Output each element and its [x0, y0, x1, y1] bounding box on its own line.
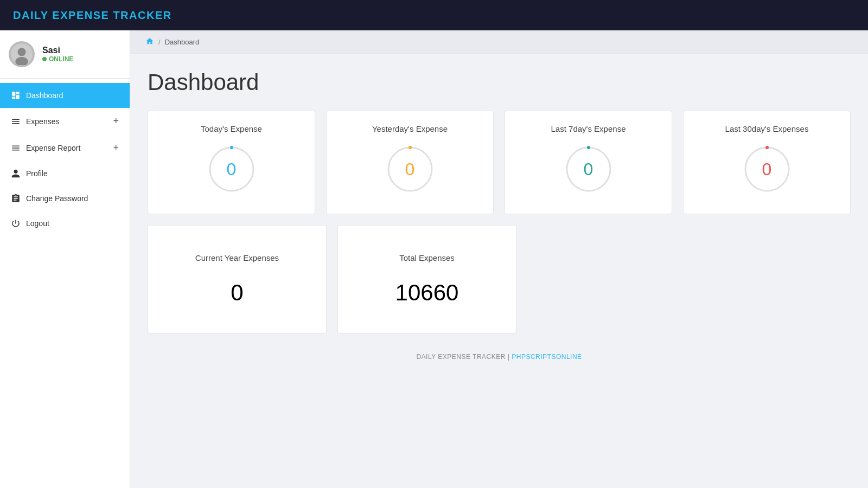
user-name: Sasi — [42, 46, 73, 55]
clipboard-icon — [11, 194, 21, 203]
card-yesterday: Yesterday's Expense 0 — [326, 111, 494, 214]
card-total-title: Total Expenses — [399, 253, 455, 262]
card-today: Today's Expense 0 — [148, 111, 315, 214]
sidebar-item-change-password[interactable]: Change Password — [0, 186, 130, 211]
card-today-gauge: 0 — [205, 142, 259, 196]
card-yesterday-value: 0 — [405, 159, 415, 179]
card-total: Total Expenses 10660 — [337, 225, 516, 333]
card-total-value: 10660 — [395, 280, 459, 306]
sidebar-item-logout[interactable]: Logout — [0, 211, 130, 236]
svg-point-8 — [587, 146, 590, 149]
card-last30-gauge: 0 — [740, 142, 794, 196]
card-today-title: Today's Expense — [201, 124, 262, 133]
user-status: ONLINE — [42, 55, 73, 63]
user-section: Sasi ONLINE — [0, 30, 130, 79]
card-current-year-value: 0 — [231, 280, 243, 306]
svg-point-10 — [765, 146, 769, 149]
footer: DAILY EXPENSE TRACKER | PHPSCRIPTSONLINE — [148, 344, 851, 369]
empty-spacer-1 — [527, 225, 684, 333]
layout: Sasi ONLINE Dashboard — [0, 30, 868, 488]
app-title: DAILY EXPENSE TRACKER — [13, 9, 172, 22]
report-list-icon — [11, 143, 21, 153]
card-current-year: Current Year Expenses 0 — [148, 225, 327, 333]
avatar — [9, 41, 35, 67]
sidebar-item-logout-label: Logout — [26, 219, 49, 228]
card-yesterday-gauge: 0 — [383, 142, 437, 196]
page-title: Dashboard — [148, 69, 851, 95]
card-last30-title: Last 30day's Expenses — [725, 124, 809, 133]
topbar: DAILY EXPENSE TRACKER — [0, 0, 868, 30]
sidebar-item-profile-label: Profile — [26, 169, 48, 178]
sidebar-item-dashboard-label: Dashboard — [26, 91, 63, 100]
sidebar-item-expense-report-label: Expense Report — [26, 144, 80, 152]
cards-row-1: Today's Expense 0 Yesterday's Expense — [148, 111, 851, 214]
card-last7-title: Last 7day's Expense — [551, 124, 626, 133]
empty-spacer-2 — [694, 225, 851, 333]
card-today-value: 0 — [227, 159, 237, 179]
list-icon — [11, 117, 21, 126]
card-last7-gauge: 0 — [561, 142, 616, 196]
power-icon — [11, 219, 21, 228]
footer-text: DAILY EXPENSE TRACKER | — [416, 353, 509, 361]
dashboard-icon — [11, 91, 21, 100]
sidebar-item-change-password-label: Change Password — [26, 194, 88, 203]
person-icon — [11, 169, 21, 178]
card-last7: Last 7day's Expense 0 — [505, 111, 672, 214]
svg-point-4 — [230, 146, 233, 149]
svg-point-6 — [409, 146, 412, 149]
card-last30: Last 30day's Expenses 0 — [683, 111, 851, 214]
expenses-plus-icon: + — [113, 115, 119, 127]
user-info: Sasi ONLINE — [42, 46, 73, 63]
card-current-year-title: Current Year Expenses — [195, 253, 279, 262]
card-yesterday-title: Yesterday's Expense — [372, 124, 448, 133]
sidebar: Sasi ONLINE Dashboard — [0, 30, 130, 488]
breadcrumb-separator: / — [158, 38, 161, 46]
breadcrumb-current: Dashboard — [165, 38, 200, 46]
sidebar-item-profile[interactable]: Profile — [0, 161, 130, 186]
status-dot — [42, 57, 47, 61]
sidebar-item-expense-report[interactable]: Expense Report + — [0, 134, 130, 161]
cards-row-2: Current Year Expenses 0 Total Expenses 1… — [148, 225, 851, 333]
sidebar-item-expenses[interactable]: Expenses + — [0, 108, 130, 134]
nav-menu: Dashboard Expenses + Expense Report — [0, 83, 130, 236]
home-icon[interactable] — [145, 37, 154, 47]
expense-report-plus-icon: + — [113, 142, 119, 153]
breadcrumb: / Dashboard — [130, 30, 868, 54]
footer-link[interactable]: PHPSCRIPTSONLINE — [512, 353, 582, 361]
svg-point-1 — [18, 48, 26, 56]
card-last30-value: 0 — [762, 159, 772, 179]
content-area: Dashboard Today's Expense 0 — [130, 54, 868, 384]
card-last7-value: 0 — [584, 159, 593, 179]
main-content: / Dashboard Dashboard Today's Expense 0 — [130, 30, 868, 488]
sidebar-item-expenses-label: Expenses — [26, 117, 59, 126]
sidebar-item-dashboard[interactable]: Dashboard — [0, 83, 130, 108]
